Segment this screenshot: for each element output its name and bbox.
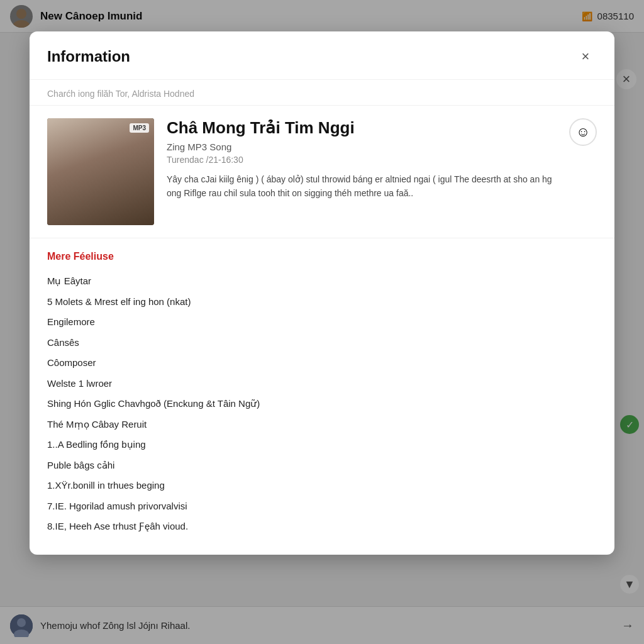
details-category: Mere Féeliuse <box>47 251 597 262</box>
list-item: Mụ Eâytar <box>47 271 597 292</box>
list-item: 1.XŸr.bonill in trhues beging <box>47 475 597 496</box>
list-item: Thé Mṃọ Câbay Reruit <box>47 414 597 435</box>
modal-header: Information × <box>30 31 614 80</box>
list-item: 8.IE, Heeh Ase trhust Ƒęâh vioud. <box>47 516 597 537</box>
details-list: Mụ Eâytar5 Molets & Mrest elf ing hon (n… <box>47 271 597 537</box>
song-section: MP3 Châ Mong Trải Tim Nggi Zing MP3 Song… <box>30 106 614 238</box>
emoji-button[interactable]: ☺ <box>569 118 597 146</box>
details-section: Mere Féeliuse Mụ Eâytar5 Molets & Mrest … <box>30 238 614 555</box>
list-item: 7.IE. Hgorilad amush privorvalvisi <box>47 496 597 517</box>
song-source: Zing MP3 Song <box>167 142 557 152</box>
information-modal: Information × Charćh iong filăh Tor, Ald… <box>30 31 614 555</box>
modal-title: Information <box>47 48 130 65</box>
list-item: Engilemore <box>47 312 597 333</box>
song-date: Turendac /21-16:30 <box>167 155 557 165</box>
emoji-icon: ☺ <box>576 124 590 140</box>
song-thumbnail: MP3 <box>47 118 154 225</box>
song-info: Châ Mong Trải Tim Nggi Zing MP3 Song Tur… <box>167 118 557 201</box>
song-description: Yây cha cJai kiilg ênig ) ( ábay olở) st… <box>167 172 557 201</box>
list-item: 1..A Bedling fồng bụing <box>47 435 597 455</box>
list-item: Côomposer <box>47 353 597 374</box>
thumb-label: MP3 <box>130 123 149 133</box>
thumbnail-image <box>47 118 154 225</box>
list-item: 5 Molets & Mrest elf ing hon (nkat) <box>47 292 597 313</box>
search-hint: Charćh iong filăh Tor, Aldrista Hodned <box>30 80 614 106</box>
list-item: Cânsês <box>47 333 597 353</box>
list-item: Puble bâgs cảhi <box>47 455 597 476</box>
song-title: Châ Mong Trải Tim Nggi <box>167 118 557 138</box>
list-item: Welste 1 lwroer <box>47 374 597 394</box>
modal-close-button[interactable]: × <box>574 45 597 68</box>
list-item: Shing Hón Gglic Chavhgoð (Enckung &t Tâi… <box>47 394 597 414</box>
